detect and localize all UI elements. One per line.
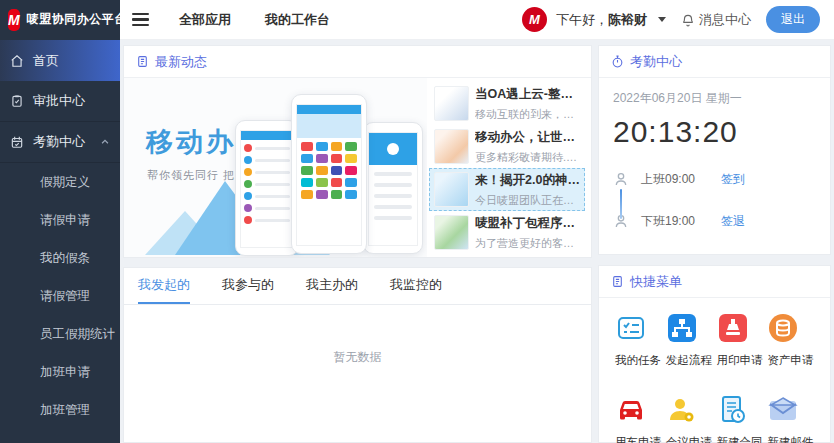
sidebar-item-attendance-center[interactable]: 考勤中心 (0, 122, 120, 163)
user-avatar[interactable]: M (522, 7, 547, 32)
checkin-link[interactable]: 签到 (721, 171, 745, 188)
news-thumbnail (434, 129, 469, 164)
tasks-tabs: 我发起的 我参与的 我主办的 我监控的 (124, 268, 591, 305)
logout-button[interactable]: 退出 (766, 6, 820, 33)
checkout-link[interactable]: 签退 (721, 213, 745, 230)
document-icon (136, 55, 149, 68)
phone-app-grid (297, 138, 361, 203)
quick-menu-header: 快捷菜单 (599, 266, 830, 298)
attendance-timeline (620, 189, 622, 219)
sidebar-subitem-overtime-request[interactable]: 加班申请 (0, 353, 120, 391)
promo-banner: 移动办公 帮你领先同行 把工作带出办公室 (124, 78, 427, 257)
quick-item-label: 发起流程 (666, 353, 712, 368)
attendance-panel: 考勤中心 2022年06月20日 星期一 20:13:20 上班09:00 签到… (598, 45, 831, 255)
checkin-time-label: 上班09:00 (641, 171, 707, 188)
latest-news-panel: 最新动态 移动办公 帮你领先同行 把工作带出办公室 (123, 45, 592, 258)
quick-item-meeting-request[interactable]: 会议申请 (666, 394, 713, 443)
phone-center (291, 94, 367, 254)
chevron-up-icon (100, 137, 110, 147)
bell-icon (681, 13, 695, 27)
sidebar-subitem-holiday-definition[interactable]: 假期定义 (0, 163, 120, 201)
flow-icon (666, 312, 698, 344)
message-center-label: 消息中心 (699, 11, 751, 29)
news-item[interactable]: 移动办公，让世界触手可 更多精彩敬请期待........ (429, 125, 585, 168)
quick-item-new-contract[interactable]: 新建合同 (717, 394, 764, 443)
quick-item-vehicle-request[interactable]: 用车申请 (615, 394, 662, 443)
user-menu-caret-icon[interactable] (658, 17, 666, 22)
quick-menu-title: 快捷菜单 (630, 273, 682, 291)
calendar-check-icon (10, 135, 24, 149)
user-name: 陈裕财 (608, 12, 647, 27)
top-right-area: M 下午好，陈裕财 消息中心 退出 (522, 6, 834, 33)
app-title: 唛盟协同办公平台 (27, 11, 127, 28)
car-icon (615, 394, 647, 426)
quick-item-label: 我的任务 (615, 353, 661, 368)
nav-my-workbench[interactable]: 我的工作台 (265, 11, 330, 29)
tab-participated-by-me[interactable]: 我参与的 (222, 268, 274, 304)
attendance-row-checkout: 下班19:00 签退 (613, 207, 816, 235)
hamburger-menu-icon[interactable] (132, 13, 149, 27)
news-item-title: 来！揭开2.0的神秘面纱- (475, 172, 580, 189)
stopwatch-icon (611, 55, 624, 68)
phone-left (235, 120, 299, 256)
sidebar: 首页 审批中心 考勤中心 假期定义 请假申请 我的假条 请假管理 员工假期统计 … (0, 40, 120, 443)
asset-icon (767, 312, 799, 344)
tasks-panel: 我发起的 我参与的 我主办的 我监控的 暂无数据 (123, 267, 592, 443)
quick-item-new-mail[interactable]: 新建邮件 (767, 394, 814, 443)
news-item-title: 移动办公，让世界触手可 (475, 129, 580, 146)
attendance-clock: 20:13:20 (613, 115, 816, 149)
nav-all-apps[interactable]: 全部应用 (179, 11, 231, 29)
user-greeting[interactable]: 下午好，陈裕财 (556, 11, 647, 29)
quick-item-my-tasks[interactable]: 我的任务 (615, 312, 662, 368)
tab-monitored-by-me[interactable]: 我监控的 (390, 268, 442, 304)
quick-item-label: 会议申请 (666, 435, 712, 443)
mail-icon (767, 394, 799, 426)
message-center[interactable]: 消息中心 (681, 11, 751, 29)
news-thumbnail (434, 86, 469, 121)
sidebar-subitem-my-leave-slips[interactable]: 我的假条 (0, 239, 120, 277)
document-icon (611, 275, 624, 288)
checkout-time-label: 下班19:00 (641, 213, 707, 230)
quick-item-label: 用印申请 (717, 353, 763, 368)
sidebar-subitem-employee-holiday-stats[interactable]: 员工假期统计 (0, 315, 120, 353)
sidebar-item-label: 考勤中心 (33, 133, 85, 151)
news-item-title: 唛盟补丁包程序更新 (475, 215, 580, 232)
contract-icon (717, 394, 749, 426)
phone-contact-list (241, 140, 293, 224)
top-bar: M 唛盟协同办公平台 全部应用 我的工作台 M 下午好，陈裕财 消息中心 退出 (0, 0, 834, 40)
phone-right (363, 122, 423, 254)
latest-news-title: 最新动态 (155, 53, 207, 71)
attendance-header: 考勤中心 (599, 46, 830, 78)
news-item-title: 当OA遇上云-整个协同OA (475, 86, 580, 103)
quick-item-start-flow[interactable]: 发起流程 (666, 312, 713, 368)
news-item-subtitle: 今日唛盟团队正在加班加点, (475, 193, 580, 208)
news-thumbnail (434, 172, 469, 207)
empty-state-text: 暂无数据 (124, 349, 591, 366)
tab-initiated-by-me[interactable]: 我发起的 (138, 268, 190, 304)
home-icon (10, 54, 24, 68)
news-list: 当OA遇上云-整个协同OA 移动互联的到来，让OA与云 移动办公，让世界触手可 … (427, 78, 591, 257)
quick-item-label: 新建合同 (717, 435, 763, 443)
top-nav: 全部应用 我的工作台 (179, 11, 330, 29)
news-item[interactable]: 当OA遇上云-整个协同OA 移动互联的到来，让OA与云 (429, 82, 585, 125)
tab-hosted-by-me[interactable]: 我主办的 (306, 268, 358, 304)
quick-item-label: 用车申请 (615, 435, 661, 443)
meeting-icon (666, 394, 698, 426)
sidebar-subitem-overtime-management[interactable]: 加班管理 (0, 391, 120, 429)
attendance-title: 考勤中心 (630, 53, 682, 71)
quick-item-asset-request[interactable]: 资产申请 (767, 312, 814, 368)
news-item[interactable]: 唛盟补丁包程序更新 为了营造更好的客户体验，唛 (429, 211, 585, 254)
sidebar-item-approval-center[interactable]: 审批中心 (0, 81, 120, 122)
sidebar-subitem-leave-request[interactable]: 请假申请 (0, 201, 120, 239)
logo-area: M 唛盟协同办公平台 (0, 0, 120, 40)
news-item-selected[interactable]: 来！揭开2.0的神秘面纱- 今日唛盟团队正在加班加点, (429, 168, 585, 211)
news-item-subtitle: 更多精彩敬请期待........ (475, 150, 580, 165)
sidebar-subitem-leave-management[interactable]: 请假管理 (0, 277, 120, 315)
latest-news-header: 最新动态 (124, 46, 591, 78)
sidebar-item-label: 首页 (33, 52, 59, 70)
news-item-subtitle: 移动互联的到来，让OA与云 (475, 107, 580, 122)
news-item-subtitle: 为了营造更好的客户体验，唛 (475, 236, 580, 251)
sidebar-item-home[interactable]: 首页 (0, 40, 120, 81)
quick-item-seal-request[interactable]: 用印申请 (717, 312, 764, 368)
quick-item-label: 资产申请 (767, 353, 813, 368)
